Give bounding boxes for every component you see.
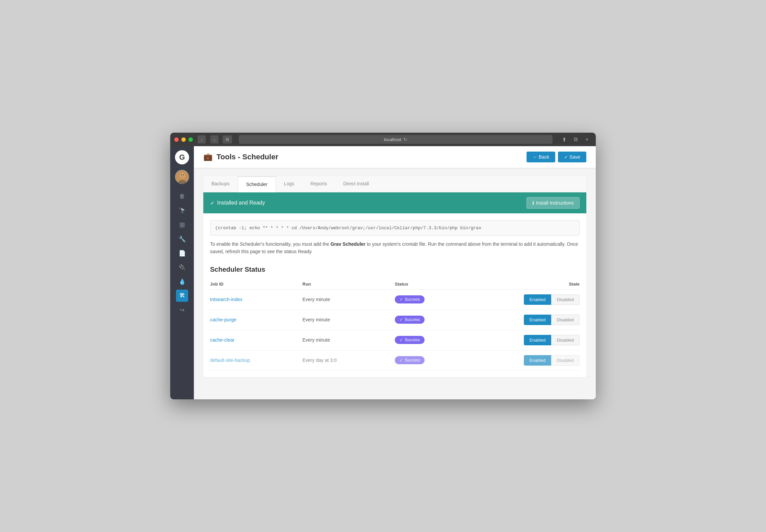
sidebar-item-trash[interactable]: 🗑 xyxy=(176,190,188,203)
success-badge: ✓ Success xyxy=(395,295,425,303)
sidebar-item-export[interactable]: ↪ xyxy=(176,304,188,316)
save-button[interactable]: ✓ Save xyxy=(558,152,586,162)
disabled-button[interactable]: Disabled xyxy=(551,335,580,345)
tab-direct-install[interactable]: Direct install xyxy=(335,176,377,192)
enabled-button[interactable]: Enabled xyxy=(524,294,552,305)
status-check-icon: ✓ xyxy=(210,200,214,206)
success-badge: ✓ Success xyxy=(395,356,425,364)
avatar-face xyxy=(175,170,189,184)
success-badge: ✓ Success xyxy=(395,316,425,324)
disabled-button[interactable]: Disabled xyxy=(551,355,580,366)
job-run-cell: Every day at 3:0 xyxy=(303,350,395,370)
col-header-status: Status xyxy=(395,279,487,290)
sidebar-item-tools[interactable]: 🛠 xyxy=(176,290,188,302)
crontab-input[interactable] xyxy=(210,220,580,236)
tab-reports[interactable]: Reports xyxy=(302,176,335,192)
crontab-description: To enable the Scheduler's functionality,… xyxy=(210,240,580,256)
tab-backups[interactable]: Backups xyxy=(203,176,238,192)
section-title: Scheduler Status xyxy=(210,266,580,273)
add-button[interactable]: + xyxy=(582,135,592,144)
info-icon: ℹ xyxy=(532,200,534,206)
check-icon: ✓ xyxy=(400,358,403,363)
tabs-header: Backups Scheduler Logs Reports Direct in… xyxy=(203,176,586,192)
tab-scheduler[interactable]: Scheduler xyxy=(238,176,276,192)
scheduler-table: Job ID Run Status State tntsearch-index … xyxy=(210,279,580,371)
svg-point-5 xyxy=(183,175,184,176)
browser-window: ‹ › ⊟ localhost ↻ ⬆ ⧉ + G xyxy=(170,133,596,399)
job-id-cell[interactable]: cache-purge xyxy=(210,310,303,330)
main-content: 💼 Tools - Scheduler ← Back ✓ Save Backup… xyxy=(194,146,596,399)
user-avatar[interactable] xyxy=(175,170,189,184)
page-title: Tools - Scheduler xyxy=(216,153,278,161)
job-id-cell[interactable]: tntsearch-index xyxy=(210,289,303,310)
install-instructions-button[interactable]: ℹ Install Instructions xyxy=(527,197,580,209)
status-label: Installed and Ready xyxy=(217,200,265,206)
job-status-cell: ✓ Success xyxy=(395,330,487,350)
address-bar[interactable]: localhost ↻ xyxy=(239,135,553,144)
close-button[interactable] xyxy=(174,137,179,142)
enabled-button[interactable]: Enabled xyxy=(524,315,552,325)
status-banner: ✓ Installed and Ready ℹ Install Instruct… xyxy=(203,192,586,213)
tab-logs[interactable]: Logs xyxy=(276,176,302,192)
col-header-jobid: Job ID xyxy=(210,279,303,290)
app-logo: G xyxy=(175,150,189,164)
job-run-cell: Every minute xyxy=(303,330,395,350)
sidebar-item-grid[interactable]: ⊞ xyxy=(176,219,188,231)
success-badge: ✓ Success xyxy=(395,336,425,344)
sidebar-item-plugin[interactable]: 🔌 xyxy=(176,261,188,273)
reload-icon[interactable]: ↻ xyxy=(403,137,407,142)
header-actions: ← Back ✓ Save xyxy=(527,152,586,162)
content-area: Backups Scheduler Logs Reports Direct in… xyxy=(194,168,596,385)
job-state-cell: Enabled Disabled xyxy=(487,350,580,370)
back-button[interactable]: ← Back xyxy=(527,152,555,162)
share-button[interactable]: ⬆ xyxy=(559,135,569,144)
table-row: tntsearch-index Every minute ✓ Success E… xyxy=(210,289,580,310)
check-icon: ✓ xyxy=(400,297,403,302)
job-status-cell: ✓ Success xyxy=(395,310,487,330)
status-text: ✓ Installed and Ready xyxy=(210,200,265,206)
minimize-button[interactable] xyxy=(181,137,186,142)
sidebar-item-drop[interactable]: 💧 xyxy=(176,275,188,288)
state-toggle: Enabled Disabled xyxy=(524,335,580,345)
maximize-button[interactable] xyxy=(188,137,193,142)
table-row: default-site-backup Every day at 3:0 ✓ S… xyxy=(210,350,580,370)
job-state-cell: Enabled Disabled xyxy=(487,289,580,310)
job-state-cell: Enabled Disabled xyxy=(487,330,580,350)
job-status-cell: ✓ Success xyxy=(395,289,487,310)
state-toggle: Enabled Disabled xyxy=(524,294,580,305)
table-row: cache-clear Every minute ✓ Success Enabl… xyxy=(210,330,580,350)
svg-point-4 xyxy=(181,175,182,176)
sidebar-item-binoculars[interactable]: 🔭 xyxy=(176,205,188,217)
job-id-cell[interactable]: cache-clear xyxy=(210,330,303,350)
crontab-section: To enable the Scheduler's functionality,… xyxy=(203,213,586,262)
job-run-cell: Every minute xyxy=(303,310,395,330)
sidebar: G 🗑 🔭 ⊞ 🔧 xyxy=(170,146,194,399)
job-run-cell: Every minute xyxy=(303,289,395,310)
disabled-button[interactable]: Disabled xyxy=(551,294,580,305)
back-nav-button[interactable]: ‹ xyxy=(198,135,206,143)
page-title-icon: 💼 xyxy=(203,153,212,161)
desc-bold: Grav Scheduler xyxy=(331,241,366,247)
enabled-button[interactable]: Enabled xyxy=(524,355,552,366)
desc-prefix: To enable the Scheduler's functionality,… xyxy=(210,241,331,247)
sidebar-item-document[interactable]: 📄 xyxy=(176,247,188,259)
check-icon: ✓ xyxy=(400,338,403,342)
tabs-container: Backups Scheduler Logs Reports Direct in… xyxy=(203,176,586,377)
enabled-button[interactable]: Enabled xyxy=(524,335,552,345)
check-icon: ✓ xyxy=(400,317,403,322)
layout-button[interactable]: ⊟ xyxy=(223,135,232,143)
forward-nav-button[interactable]: › xyxy=(210,135,219,143)
col-header-state: State xyxy=(487,279,580,290)
sidebar-item-wrench[interactable]: 🔧 xyxy=(176,233,188,245)
job-id-cell[interactable]: default-site-backup xyxy=(210,350,303,370)
state-toggle: Enabled Disabled xyxy=(524,315,580,325)
state-toggle: Enabled Disabled xyxy=(524,355,580,366)
address-text: localhost xyxy=(384,137,401,142)
new-tab-button[interactable]: ⧉ xyxy=(571,135,580,144)
page-title-area: 💼 Tools - Scheduler xyxy=(203,153,278,161)
job-status-cell: ✓ Success xyxy=(395,350,487,370)
disabled-button[interactable]: Disabled xyxy=(551,315,580,325)
browser-titlebar: ‹ › ⊟ localhost ↻ ⬆ ⧉ + xyxy=(170,133,596,146)
job-state-cell: Enabled Disabled xyxy=(487,310,580,330)
scheduler-status-section: Scheduler Status Job ID Run Status State xyxy=(203,262,586,377)
